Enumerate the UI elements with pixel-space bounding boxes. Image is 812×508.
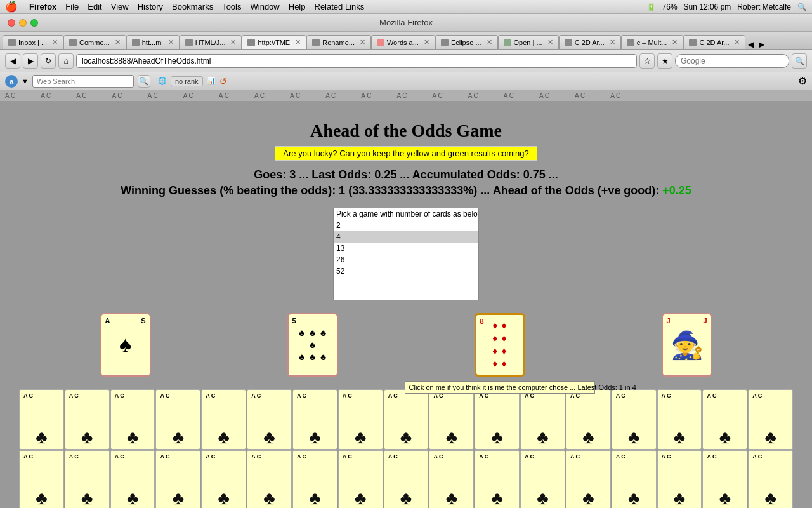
address-bar[interactable] xyxy=(76,54,637,68)
tab-close-comme[interactable]: ✕ xyxy=(115,38,121,46)
tab-close-c2d-2[interactable]: ✕ xyxy=(734,38,740,46)
back-card-r2-9[interactable]: AC ♣ xyxy=(384,450,429,508)
maximize-button[interactable] xyxy=(30,19,38,27)
window-controls[interactable] xyxy=(8,19,38,27)
tab-close-html[interactable]: ✕ xyxy=(230,38,236,46)
card-jack-hearts[interactable]: J J 🧙 xyxy=(662,313,712,377)
back-card-4[interactable]: AC ♣ xyxy=(155,389,200,450)
menu-window[interactable]: Window xyxy=(251,2,280,11)
tab-cmult[interactable]: c – Mult... ✕ xyxy=(621,35,684,49)
forward-button[interactable]: ▶ xyxy=(23,53,38,69)
menu-history[interactable]: History xyxy=(138,2,163,11)
card-5-clubs[interactable]: 5 ♣ ♣ ♣ ♣ ♣ ♣ ♣ xyxy=(287,313,338,377)
google-search-input[interactable] xyxy=(675,54,789,68)
reload-button[interactable]: ↻ xyxy=(41,53,56,69)
selector-option-52[interactable]: 52 xyxy=(334,265,478,277)
tab-close-rename[interactable]: ✕ xyxy=(360,38,365,46)
search-icon[interactable]: 🔍 xyxy=(797,3,807,11)
card-count-selector[interactable]: Pick a game with number of cards as belo… xyxy=(333,208,479,300)
back-card-r2-12[interactable]: AC ♣ xyxy=(520,450,565,508)
back-card-12[interactable]: AC ♣ xyxy=(520,389,565,450)
back-card-r2-5[interactable]: AC ♣ xyxy=(201,450,246,508)
websearch-input[interactable] xyxy=(32,75,134,88)
tab-c2d-1[interactable]: C 2D Ar... ✕ xyxy=(559,35,621,49)
back-card-15[interactable]: AC ♣ xyxy=(657,389,702,450)
selector-option-4[interactable]: 4 xyxy=(334,231,478,243)
back-card-10[interactable]: AC ♣ xyxy=(429,389,474,450)
tab-close-cmult[interactable]: ✕ xyxy=(672,38,678,46)
tab-comme[interactable]: Comme... ✕ xyxy=(63,35,126,49)
bookmark-star[interactable]: ★ xyxy=(657,53,672,69)
back-card-r2-7[interactable]: AC ♣ xyxy=(292,450,337,508)
back-card-8[interactable]: AC ♣ xyxy=(338,389,383,450)
back-card-r2-4[interactable]: AC ♣ xyxy=(155,450,200,508)
back-card-r2-17[interactable]: AC ♣ xyxy=(748,450,793,508)
back-card-13[interactable]: AC ♣ xyxy=(566,389,611,450)
tab-open[interactable]: Open | ... ✕ xyxy=(498,35,559,49)
menu-file[interactable]: File xyxy=(65,2,79,11)
tab-close-htt[interactable]: ✕ xyxy=(168,38,174,46)
back-card-r2-3[interactable]: AC ♣ xyxy=(110,450,155,508)
tab-c2d-2[interactable]: C 2D Ar... ✕ xyxy=(683,35,745,49)
selector-option-13[interactable]: 13 xyxy=(334,243,478,254)
back-card-16[interactable]: AC ♣ xyxy=(702,389,747,450)
home-button[interactable]: ⌂ xyxy=(58,53,74,69)
tab-inbox[interactable]: Inbox | ... ✕ xyxy=(3,35,63,49)
tab-close-inbox[interactable]: ✕ xyxy=(52,38,58,46)
settings-gear-icon[interactable]: ⚙ xyxy=(798,75,807,87)
back-card-1[interactable]: AC ♣ xyxy=(19,389,64,450)
tab-htt[interactable]: htt...ml ✕ xyxy=(126,35,180,49)
back-card-r2-10[interactable]: AC ♣ xyxy=(429,450,474,508)
google-search-button[interactable]: 🔍 xyxy=(792,53,807,69)
back-card-r2-15[interactable]: AC ♣ xyxy=(657,450,702,508)
selector-option-2[interactable]: 2 xyxy=(334,220,478,231)
back-card-9[interactable]: AC ♣ xyxy=(384,389,429,450)
minimize-button[interactable] xyxy=(19,19,27,27)
back-card-r2-2[interactable]: AC ♣ xyxy=(65,450,110,508)
back-card-7[interactable]: AC ♣ xyxy=(292,389,337,450)
bookmark-button[interactable]: ☆ xyxy=(639,53,655,69)
tab-html[interactable]: HTML/J... ✕ xyxy=(180,35,242,49)
back-card-r2-6[interactable]: AC ♣ xyxy=(247,450,292,508)
menu-edit[interactable]: Edit xyxy=(88,2,102,11)
card-ace-spades[interactable]: A S ♠ xyxy=(100,313,151,377)
tab-close-c2d-1[interactable]: ✕ xyxy=(610,38,615,46)
tab-close-open[interactable]: ✕ xyxy=(547,38,553,46)
tab-http[interactable]: http://TME ✕ xyxy=(242,35,306,49)
tabs-scroll-prev[interactable]: ◀ xyxy=(745,40,756,49)
menu-help[interactable]: Help xyxy=(289,2,306,11)
close-button[interactable] xyxy=(8,19,15,27)
back-card-r2-1[interactable]: AC ♣ xyxy=(19,450,64,508)
tab-eclipse[interactable]: Eclipse ... ✕ xyxy=(435,35,498,49)
menu-tools[interactable]: Tools xyxy=(222,2,241,11)
back-card-11[interactable]: AC ♣ xyxy=(475,389,520,450)
tab-rename[interactable]: Rename... ✕ xyxy=(306,35,371,49)
tab-close-words[interactable]: ✕ xyxy=(424,38,429,46)
websearch-button[interactable]: 🔍 xyxy=(138,75,150,88)
back-card-14[interactable]: AC ♣ xyxy=(612,389,657,450)
back-card-17[interactable]: AC ♣ xyxy=(748,389,793,450)
tab-words[interactable]: Words a... ✕ xyxy=(371,35,435,49)
apple-menu[interactable]: 🍎 xyxy=(5,1,18,13)
tab-close-eclipse[interactable]: ✕ xyxy=(487,38,492,46)
back-card-r2-16[interactable]: AC ♣ xyxy=(702,450,747,508)
back-card-r2-11[interactable]: AC ♣ xyxy=(475,450,520,508)
tabs-scroll-next[interactable]: ▶ xyxy=(756,40,767,49)
back-card-6[interactable]: AC ♣ xyxy=(247,389,292,450)
back-card-r2-13[interactable]: AC ♣ xyxy=(566,450,611,508)
menu-view[interactable]: View xyxy=(111,2,129,11)
back-card-r2-14[interactable]: AC ♣ xyxy=(612,450,657,508)
selector-option-26[interactable]: 26 xyxy=(334,254,478,265)
back-card-5[interactable]: AC ♣ xyxy=(201,389,246,450)
toolbar-dropdown-arrow[interactable]: ▼ xyxy=(22,77,29,85)
menu-firefox[interactable]: Firefox xyxy=(29,2,56,11)
toolbar-rank-btn[interactable]: 📊 xyxy=(207,77,216,85)
menu-bookmarks[interactable]: Bookmarks xyxy=(172,2,213,11)
menu-related-links[interactable]: Related Links xyxy=(315,2,365,11)
back-card-r2-8[interactable]: AC ♣ xyxy=(338,450,383,508)
toolbar-refresh-icon[interactable]: ↺ xyxy=(219,76,227,86)
back-card-3[interactable]: AC ♣ xyxy=(110,389,155,450)
tab-close-http[interactable]: ✕ xyxy=(295,38,301,46)
back-card-2[interactable]: AC ♣ xyxy=(65,389,110,450)
back-button[interactable]: ◀ xyxy=(5,53,20,69)
